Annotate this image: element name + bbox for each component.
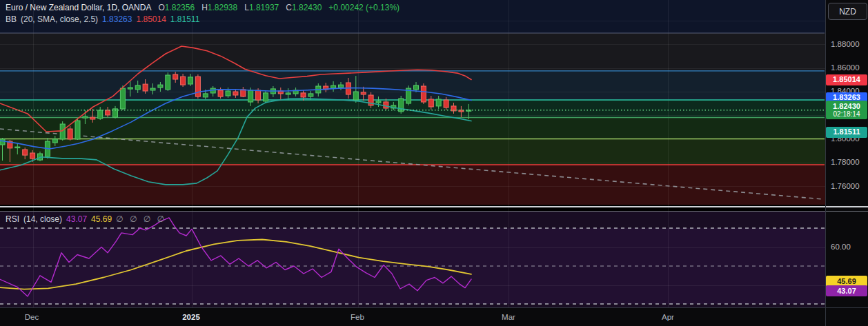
rsi-empty-slots: ∅ ∅ ∅ ∅ xyxy=(116,214,166,224)
time-axis-label: Mar xyxy=(502,313,515,321)
candle-body xyxy=(30,153,35,159)
price-axis-label: 1.76000 xyxy=(831,182,860,190)
candle-body xyxy=(52,139,57,143)
chart-drawing-layer xyxy=(0,0,825,307)
candle-body xyxy=(361,92,366,94)
candle-body xyxy=(256,90,261,100)
candle-body xyxy=(399,99,404,112)
pane-separator-shadow xyxy=(0,211,868,212)
bb-name: BB xyxy=(6,14,17,24)
candle-body xyxy=(106,110,110,115)
candle-body xyxy=(376,101,381,103)
chart-canvas[interactable]: Euro / New Zealand Dollar, 1D, OANDA O1.… xyxy=(0,0,825,307)
bb-params: (20, SMA, close, 2.5) xyxy=(21,14,98,24)
candle-body xyxy=(23,150,28,155)
price-axis-label: 1.88000 xyxy=(831,40,860,48)
bb-upper-line xyxy=(0,46,471,132)
ohlc-close: C1.82430 xyxy=(283,3,322,12)
symbol-title: Euro / New Zealand Dollar, 1D, OANDA xyxy=(6,3,151,12)
candle-body xyxy=(286,93,290,94)
rsi-value: 43.07 xyxy=(66,214,87,224)
candle-body xyxy=(331,85,336,88)
ohlc-low: L1.81937 xyxy=(241,3,279,12)
candle-body xyxy=(414,85,419,90)
time-axis-label: Dec xyxy=(25,313,39,321)
price-axis-label: 1.78000 xyxy=(831,158,860,166)
candle-body xyxy=(308,94,313,96)
rsi-name: RSI xyxy=(6,214,19,224)
candle-body xyxy=(264,93,268,101)
bb-upper-badge: 1.85014 xyxy=(826,74,867,85)
candle-body xyxy=(98,110,103,119)
rsi-params: (14, close) xyxy=(23,214,62,224)
candle-body xyxy=(248,90,253,102)
candle-body xyxy=(173,74,178,79)
bb-basis-value: 1.83263 xyxy=(102,14,132,24)
price-change: +0.00242 (+0.13%) xyxy=(328,3,400,12)
candle-body xyxy=(218,90,223,96)
trend-line[interactable] xyxy=(0,129,823,199)
symbol-legend[interactable]: Euro / New Zealand Dollar, 1D, OANDA O1.… xyxy=(6,3,400,12)
price-axis-label: 1.86000 xyxy=(831,63,860,72)
candle-body xyxy=(181,77,186,85)
candle-body xyxy=(158,85,163,88)
candle-body xyxy=(428,99,433,107)
candle-body xyxy=(436,99,441,106)
candle-body xyxy=(128,88,132,89)
pane-separator[interactable] xyxy=(0,206,868,207)
bb-indicator-legend[interactable]: BB (20, SMA, close, 2.5) 1.83263 1.85014… xyxy=(6,14,199,24)
rsi-axis-label: 60.00 xyxy=(831,243,851,251)
trading-chart-window: Euro / New Zealand Dollar, 1D, OANDA O1.… xyxy=(0,0,868,326)
price-axis[interactable]: 1.880001.860001.840001.800001.780001.760… xyxy=(826,0,868,307)
candle-body xyxy=(68,129,72,139)
bb-lower-badge: 1.81511 xyxy=(826,127,867,138)
candle-body xyxy=(143,84,148,91)
candle-body xyxy=(203,94,208,97)
candle-body xyxy=(166,75,170,90)
candle-body xyxy=(466,110,471,112)
candle-body xyxy=(188,77,193,84)
rsi-value-badge: 43.07 xyxy=(826,285,867,296)
time-axis-label: 2025 xyxy=(182,313,200,321)
time-axis-label: Feb xyxy=(351,313,364,321)
candle-body xyxy=(301,93,306,97)
current-price-badge: 1.8243002:18:14 xyxy=(826,101,867,119)
candle-body xyxy=(15,147,20,148)
time-axis[interactable]: Dec2025FebMarApr xyxy=(0,308,868,326)
rsi-ma-value: 45.69 xyxy=(91,214,112,224)
bb-lower-value: 1.81511 xyxy=(170,14,200,24)
candle-body xyxy=(135,85,140,90)
candle-body xyxy=(83,116,88,118)
time-axis-label: Apr xyxy=(662,313,674,321)
ohlc-high: H1.82938 xyxy=(199,3,237,12)
candle-body xyxy=(90,117,95,119)
currency-toggle-button[interactable]: NZD xyxy=(828,3,867,20)
candle-body xyxy=(150,88,155,90)
candle-body xyxy=(233,92,238,95)
candle-body xyxy=(0,139,5,145)
candle-body xyxy=(120,88,125,109)
rsi-indicator-legend[interactable]: RSI (14, close) 43.07 45.69 ∅ ∅ ∅ ∅ xyxy=(6,214,166,224)
axis-horizontal-border xyxy=(0,307,868,308)
candle-body xyxy=(384,102,388,108)
bb-upper-value: 1.85014 xyxy=(136,14,166,24)
candle-body xyxy=(75,121,80,139)
candle-body xyxy=(421,86,426,102)
ohlc-open: O1.82356 xyxy=(155,3,195,12)
candle-body xyxy=(339,85,344,88)
candle-body xyxy=(195,77,200,96)
rsi-ma-line xyxy=(0,240,471,289)
candle-body xyxy=(353,92,358,100)
candle-body xyxy=(444,100,448,108)
candle-body xyxy=(60,124,65,139)
candle-body xyxy=(226,91,230,96)
candle-body xyxy=(241,90,246,96)
